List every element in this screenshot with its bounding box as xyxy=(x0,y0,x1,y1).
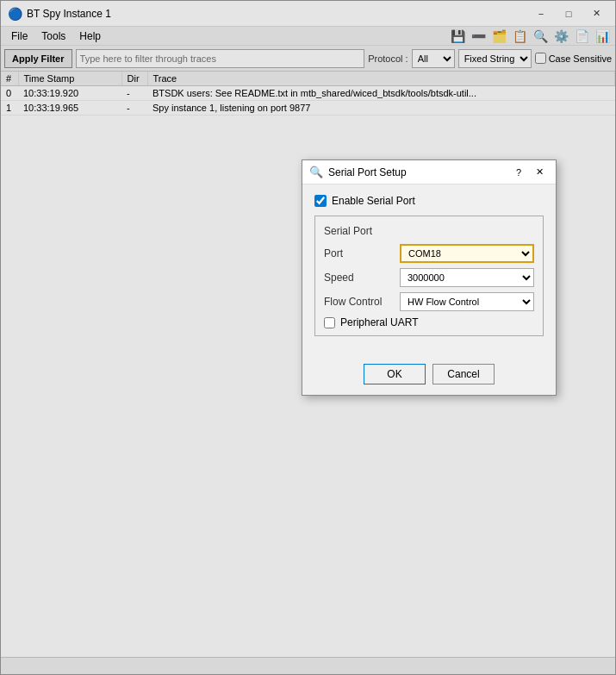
enable-serial-label: Enable Serial Port xyxy=(332,195,415,207)
dialog-search-icon: 🔍 xyxy=(309,166,323,178)
cancel-button[interactable]: Cancel xyxy=(432,364,495,384)
speed-row: Speed 3000000 xyxy=(324,268,534,287)
ok-button[interactable]: OK xyxy=(364,364,426,384)
peripheral-uart-row: Peripheral UART xyxy=(324,316,534,328)
dialog-content: Enable Serial Port Serial Port Port COM1… xyxy=(302,184,556,357)
peripheral-uart-label: Peripheral UART xyxy=(340,316,418,328)
dialog-footer: OK Cancel xyxy=(302,357,556,395)
modal-overlay: 🔍 Serial Port Setup ? ✕ Enable Serial Po… xyxy=(0,0,616,675)
port-row: Port COM18 xyxy=(324,244,534,263)
enable-serial-row: Enable Serial Port xyxy=(314,195,544,207)
enable-serial-checkbox[interactable] xyxy=(314,195,327,207)
serial-port-group: Serial Port Port COM18 Speed 3000000 xyxy=(314,216,544,336)
dialog-title-controls: ? ✕ xyxy=(509,165,549,180)
dialog-close-button[interactable]: ✕ xyxy=(530,165,549,180)
flow-control-select[interactable]: HW Flow Control xyxy=(400,292,534,311)
speed-select[interactable]: 3000000 xyxy=(400,268,534,287)
dialog-title-text: Serial Port Setup xyxy=(328,166,509,178)
dialog-help-button[interactable]: ? xyxy=(509,165,528,180)
peripheral-uart-checkbox[interactable] xyxy=(324,317,335,328)
dialog-title-bar: 🔍 Serial Port Setup ? ✕ xyxy=(302,160,556,184)
port-select[interactable]: COM18 xyxy=(400,244,534,263)
speed-label: Speed xyxy=(324,272,393,284)
serial-port-group-label: Serial Port xyxy=(324,225,534,237)
flow-control-label: Flow Control xyxy=(324,296,393,308)
port-label: Port xyxy=(324,247,393,259)
flow-control-row: Flow Control HW Flow Control xyxy=(324,292,534,311)
serial-port-dialog: 🔍 Serial Port Setup ? ✕ Enable Serial Po… xyxy=(302,159,557,396)
